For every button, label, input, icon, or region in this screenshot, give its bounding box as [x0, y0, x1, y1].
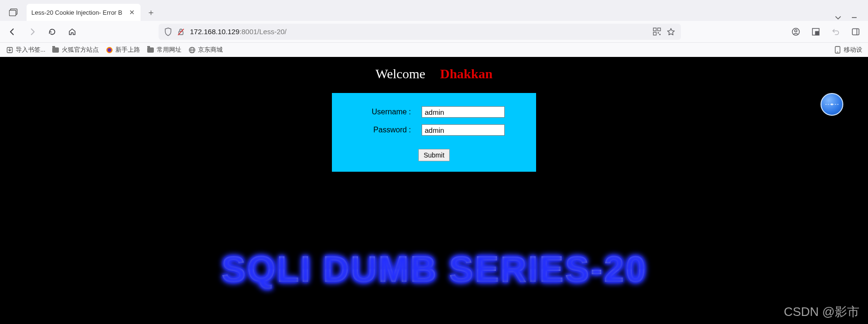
qr-icon[interactable] [653, 28, 661, 36]
bookmark-folder-common[interactable]: 常用网址 [147, 46, 181, 54]
svg-rect-13 [815, 31, 820, 35]
recent-windows-button[interactable] [4, 4, 23, 21]
tab-strip: Less-20 Cookie Injection- Error B ✕ ＋ [0, 0, 868, 21]
list-all-tabs-icon[interactable] [835, 14, 841, 21]
undo-icon[interactable] [829, 25, 842, 38]
import-bookmarks-button[interactable]: 导入书签... [6, 46, 45, 54]
svg-point-18 [107, 48, 111, 52]
reload-button[interactable] [46, 25, 59, 38]
svg-rect-6 [658, 28, 660, 31]
import-icon [6, 46, 13, 54]
page-body: Welcome Dhakkan Username : Password : SQ… [0, 57, 868, 324]
welcome-heading: Welcome Dhakkan [0, 57, 868, 82]
login-form: Username : Password : [332, 93, 536, 172]
browser-chrome: Less-20 Cookie Injection- Error B ✕ ＋ [0, 0, 868, 57]
submit-button[interactable] [418, 149, 450, 161]
globe-icon [188, 46, 196, 54]
username-label: Username : [364, 108, 411, 116]
series-banner: SQLI DUMB SERIES-20 [0, 248, 868, 291]
minimize-icon[interactable] [851, 14, 858, 21]
bookmarks-toolbar: 导入书签... 火狐官方站点 新手上路 常用网址 京东商城 移动设 [0, 43, 868, 57]
folder-icon [147, 46, 154, 54]
svg-rect-9 [660, 34, 661, 35]
svg-rect-14 [852, 28, 859, 35]
tab-close-icon[interactable]: ✕ [128, 9, 136, 16]
new-tab-button[interactable]: ＋ [144, 6, 158, 19]
folder-icon [52, 46, 59, 54]
nav-trailing [789, 25, 862, 38]
firefox-icon [105, 46, 113, 54]
forward-button [26, 25, 39, 38]
insecure-icon[interactable] [177, 28, 185, 36]
mobile-bookmarks-button[interactable]: 移动设 [834, 46, 862, 54]
shield-icon[interactable] [164, 28, 172, 36]
watermark-text: CSDN @影市 [784, 304, 859, 320]
url-bar[interactable]: 172.168.10.129:8001/Less-20/ [159, 24, 681, 40]
account-icon[interactable] [789, 25, 802, 38]
bookmark-star-icon[interactable] [667, 28, 675, 36]
browser-tab-active[interactable]: Less-20 Cookie Injection- Error B ✕ [27, 4, 141, 21]
bookmark-folder-official[interactable]: 火狐官方站点 [52, 46, 99, 54]
welcome-label: Welcome [376, 66, 425, 81]
password-label: Password : [364, 126, 411, 134]
svg-rect-1 [9, 10, 16, 16]
svg-rect-5 [653, 28, 656, 31]
bookmark-jd[interactable]: 京东商城 [188, 46, 223, 54]
tabbar-right [835, 14, 864, 21]
url-text: 172.168.10.129:8001/Less-20/ [190, 28, 287, 36]
mobile-icon [834, 46, 841, 54]
username-input[interactable] [422, 106, 505, 118]
welcome-name: Dhakkan [440, 66, 493, 81]
svg-point-11 [795, 29, 797, 32]
bookmark-getting-started[interactable]: 新手上路 [105, 46, 140, 54]
svg-point-23 [837, 52, 838, 53]
home-button[interactable] [66, 25, 79, 38]
tab-title: Less-20 Cookie Injection- Error B [31, 9, 124, 16]
password-input[interactable] [422, 124, 505, 136]
screenshot-icon[interactable] [809, 25, 822, 38]
svg-rect-8 [658, 32, 659, 34]
clock-extension-icon[interactable] [821, 93, 843, 116]
sidebar-icon[interactable] [849, 25, 862, 38]
svg-rect-7 [653, 32, 656, 35]
nav-toolbar: 172.168.10.129:8001/Less-20/ [0, 21, 868, 43]
back-button[interactable] [6, 25, 19, 38]
